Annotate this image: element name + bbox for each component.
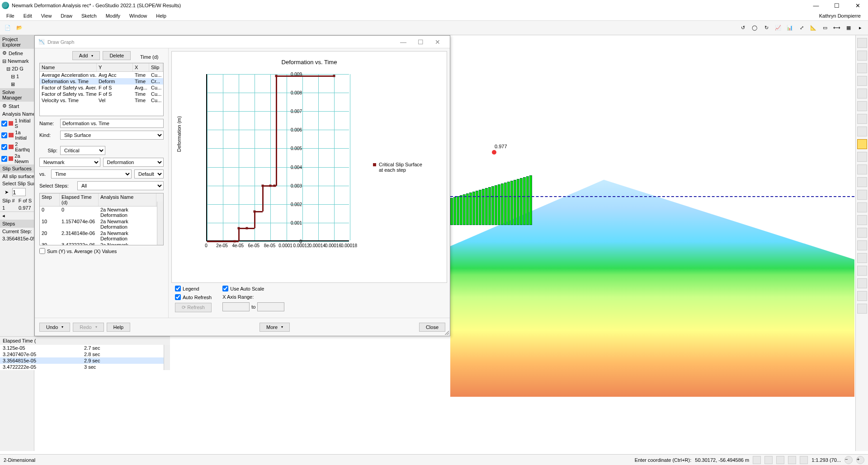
graph-list-row[interactable]: Factor of Safety vs. Aver...F of SAvg...… (40, 85, 163, 91)
slip-select[interactable]: Critical (60, 146, 105, 155)
scrollbar[interactable] (164, 345, 170, 370)
add-button[interactable]: Add (72, 51, 100, 60)
scroll-left-icon[interactable]: ◂ (2, 213, 5, 219)
steps-table[interactable]: Step Elapsed Time (d) Analysis Name 002a… (39, 193, 164, 245)
tool-chart-icon[interactable]: 📊 (785, 23, 795, 33)
auto-refresh-checkbox[interactable] (175, 294, 181, 300)
pointer-icon[interactable]: ➤ (2, 188, 10, 196)
undo-button[interactable]: Undo (39, 323, 70, 332)
menu-edit[interactable]: Edit (20, 12, 36, 19)
elapsed-row[interactable]: 3.125e-052.7 sec (0, 345, 170, 351)
elapsed-row[interactable]: 3.3564815e-052.9 sec (0, 357, 170, 364)
status-icon[interactable] (764, 456, 773, 464)
define-button[interactable]: ⚙ Define (0, 49, 34, 57)
auto-scale-checkbox[interactable] (222, 286, 228, 291)
tree-item[interactable]: ⊟ Newmark (0, 57, 34, 65)
rtool-icon[interactable] (857, 291, 867, 301)
rtool-icon[interactable] (857, 266, 867, 276)
menu-file[interactable]: File (3, 12, 18, 19)
rtool-icon[interactable] (857, 177, 867, 187)
delete-button[interactable]: Delete (103, 51, 131, 60)
help-button[interactable]: Help (107, 323, 131, 332)
zoom-plus-icon[interactable]: + (856, 456, 864, 464)
steps-select[interactable]: All (77, 181, 164, 190)
menu-help[interactable]: Help (152, 12, 170, 19)
resize-grip[interactable] (443, 329, 449, 335)
zoom-out-icon[interactable] (788, 456, 796, 464)
elapsed-row[interactable]: 3.4722222e-053 sec (0, 364, 170, 370)
menu-window[interactable]: Window (126, 12, 151, 19)
xrange-to-input[interactable] (257, 302, 284, 311)
zoom-in-icon[interactable] (800, 456, 808, 464)
graph-list-row[interactable]: Velocity vs. TimeVelTimeCu... (40, 97, 163, 103)
tool-arc-icon[interactable]: ↺ (738, 23, 748, 33)
analysis-row[interactable]: 1 Initial S (0, 117, 34, 129)
rtool-icon[interactable] (857, 278, 867, 288)
zoom-minus-icon[interactable]: − (844, 456, 853, 464)
kind-select[interactable]: Slip Surface (60, 131, 164, 140)
graph-name-input[interactable] (60, 119, 164, 128)
tool-circle-icon[interactable]: ◯ (750, 23, 760, 33)
graph-list-row[interactable]: Deformation vs. TimeDeformTimeCr... (40, 78, 163, 85)
tool-rotate-icon[interactable]: ↻ (761, 23, 771, 33)
graph-list-row[interactable]: Average Acceleration vs....Avg AccTimeCu… (40, 72, 163, 78)
rtool-icon[interactable] (857, 127, 867, 136)
sum-avg-checkbox[interactable] (39, 248, 45, 254)
refresh-button[interactable]: ⟳ Refresh (175, 303, 212, 312)
analysis-row[interactable]: 2a Newm (0, 153, 34, 164)
graph-list[interactable]: Name Y X Slip Average Acceleration vs...… (39, 63, 164, 116)
tool-rect-icon[interactable]: ▭ (820, 23, 830, 33)
vs-select[interactable]: Time (51, 169, 132, 178)
deformation-select[interactable]: Deformation (103, 158, 164, 167)
open-icon[interactable]: 📂 (14, 23, 24, 33)
window-minimize[interactable]: — (807, 0, 825, 10)
legend-checkbox[interactable] (175, 286, 181, 291)
graph-list-row[interactable]: Factor of Safety vs. TimeF of STimeCu... (40, 91, 163, 97)
rtool-icon[interactable] (857, 228, 867, 238)
step-row[interactable]: 202.3148148e-062a Newmark Deformation (40, 230, 163, 242)
tool-graph-icon[interactable]: 📈 (773, 23, 783, 33)
menu-sketch[interactable]: Sketch (78, 12, 100, 19)
rtool-icon[interactable] (857, 101, 867, 111)
dialog-maximize[interactable]: ☐ (412, 37, 429, 47)
analysis-row[interactable]: 2 Earthq (0, 141, 34, 153)
rtool-icon[interactable] (857, 304, 867, 314)
window-close[interactable]: ✕ (849, 0, 866, 10)
close-button[interactable]: Close (419, 323, 445, 332)
rtool-icon[interactable] (857, 152, 867, 162)
tool-more-icon[interactable]: ▸ (855, 23, 865, 33)
zoom-fit-icon[interactable] (776, 456, 784, 464)
dialog-close[interactable]: ✕ (429, 37, 446, 47)
tool-measure-icon[interactable]: 📐 (808, 23, 818, 33)
tool-dimension-icon[interactable]: ⟷ (832, 23, 842, 33)
rtool-icon[interactable] (857, 190, 867, 200)
analysis-row[interactable]: 1a Initial (0, 129, 34, 141)
rtool-icon[interactable] (857, 76, 867, 86)
menu-view[interactable]: View (38, 12, 56, 19)
rtool-icon[interactable] (857, 240, 867, 250)
menu-modify[interactable]: Modify (102, 12, 124, 19)
rtool-icon[interactable] (857, 38, 867, 48)
model-viewport[interactable]: 0.977 (450, 35, 854, 451)
tool-snap-icon[interactable]: ⤢ (797, 23, 807, 33)
step-row[interactable]: 101.1574074e-062a Newmark Deformation (40, 218, 163, 230)
rtool-icon[interactable] (857, 215, 867, 225)
step-row[interactable]: 303.4722222e-062a Newmark Deformation (40, 242, 163, 245)
slip-number-input[interactable] (12, 188, 26, 196)
new-icon[interactable]: 📄 (3, 23, 13, 33)
tree-item[interactable]: ⊟ 2D G (0, 65, 34, 73)
dialog-minimize[interactable]: — (395, 37, 412, 47)
rtool-icon[interactable] (857, 114, 867, 124)
step-row[interactable]: 002a Newmark Deformation (40, 207, 163, 218)
tree-item[interactable]: ⊟ 1 (0, 73, 34, 80)
window-maximize[interactable]: ☐ (828, 0, 845, 10)
more-button[interactable]: More (259, 323, 290, 332)
rtool-icon[interactable] (857, 63, 867, 73)
default-select[interactable]: Default (134, 169, 164, 178)
xrange-from-input[interactable] (222, 302, 250, 311)
rtool-icon[interactable] (857, 202, 867, 212)
status-icon[interactable] (753, 456, 761, 464)
tree-item[interactable]: ⊞ (0, 80, 34, 88)
menu-draw[interactable]: Draw (57, 12, 76, 19)
rtool-icon[interactable] (857, 253, 867, 263)
